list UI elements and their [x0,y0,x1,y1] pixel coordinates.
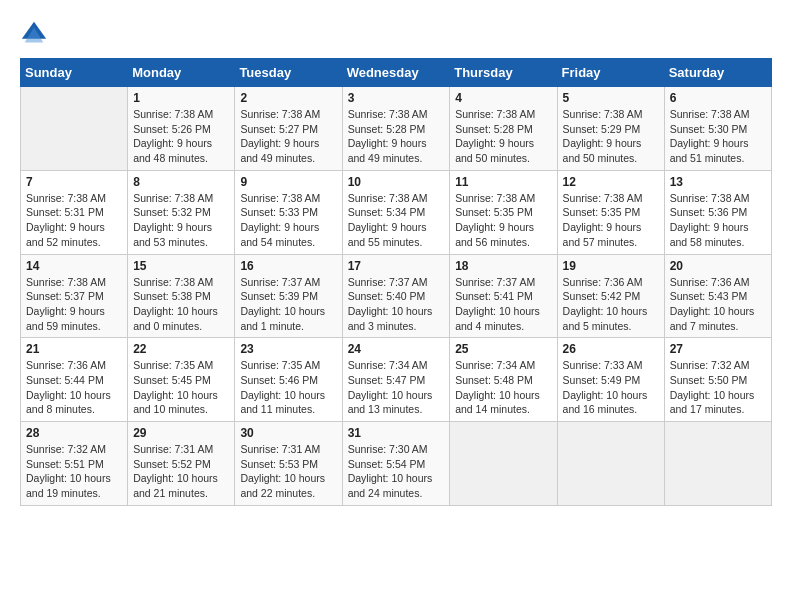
day-info: Sunrise: 7:31 AM Sunset: 5:52 PM Dayligh… [133,442,229,501]
calendar-week-4: 21Sunrise: 7:36 AM Sunset: 5:44 PM Dayli… [21,338,772,422]
calendar-table: SundayMondayTuesdayWednesdayThursdayFrid… [20,58,772,506]
day-info: Sunrise: 7:37 AM Sunset: 5:41 PM Dayligh… [455,275,551,334]
weekday-header-tuesday: Tuesday [235,59,342,87]
day-number: 24 [348,342,445,356]
day-number: 26 [563,342,659,356]
day-number: 25 [455,342,551,356]
day-info: Sunrise: 7:38 AM Sunset: 5:35 PM Dayligh… [563,191,659,250]
day-info: Sunrise: 7:38 AM Sunset: 5:31 PM Dayligh… [26,191,122,250]
calendar-cell: 6Sunrise: 7:38 AM Sunset: 5:30 PM Daylig… [664,87,771,171]
day-number: 27 [670,342,766,356]
calendar-cell [450,422,557,506]
day-number: 21 [26,342,122,356]
day-info: Sunrise: 7:38 AM Sunset: 5:28 PM Dayligh… [348,107,445,166]
day-info: Sunrise: 7:36 AM Sunset: 5:42 PM Dayligh… [563,275,659,334]
weekday-header-friday: Friday [557,59,664,87]
calendar-cell: 1Sunrise: 7:38 AM Sunset: 5:26 PM Daylig… [128,87,235,171]
calendar-body: 1Sunrise: 7:38 AM Sunset: 5:26 PM Daylig… [21,87,772,506]
day-number: 10 [348,175,445,189]
day-info: Sunrise: 7:38 AM Sunset: 5:35 PM Dayligh… [455,191,551,250]
day-info: Sunrise: 7:38 AM Sunset: 5:29 PM Dayligh… [563,107,659,166]
day-number: 13 [670,175,766,189]
day-number: 28 [26,426,122,440]
day-number: 7 [26,175,122,189]
weekday-header-saturday: Saturday [664,59,771,87]
day-info: Sunrise: 7:38 AM Sunset: 5:33 PM Dayligh… [240,191,336,250]
day-info: Sunrise: 7:38 AM Sunset: 5:36 PM Dayligh… [670,191,766,250]
calendar-cell: 28Sunrise: 7:32 AM Sunset: 5:51 PM Dayli… [21,422,128,506]
calendar-cell: 13Sunrise: 7:38 AM Sunset: 5:36 PM Dayli… [664,170,771,254]
day-info: Sunrise: 7:35 AM Sunset: 5:46 PM Dayligh… [240,358,336,417]
logo [20,20,50,48]
day-info: Sunrise: 7:36 AM Sunset: 5:43 PM Dayligh… [670,275,766,334]
calendar-cell [664,422,771,506]
day-info: Sunrise: 7:38 AM Sunset: 5:30 PM Dayligh… [670,107,766,166]
day-info: Sunrise: 7:38 AM Sunset: 5:28 PM Dayligh… [455,107,551,166]
weekday-header-monday: Monday [128,59,235,87]
day-number: 5 [563,91,659,105]
calendar-cell: 26Sunrise: 7:33 AM Sunset: 5:49 PM Dayli… [557,338,664,422]
calendar-cell: 14Sunrise: 7:38 AM Sunset: 5:37 PM Dayli… [21,254,128,338]
weekday-header-row: SundayMondayTuesdayWednesdayThursdayFrid… [21,59,772,87]
day-info: Sunrise: 7:35 AM Sunset: 5:45 PM Dayligh… [133,358,229,417]
day-number: 15 [133,259,229,273]
calendar-cell: 19Sunrise: 7:36 AM Sunset: 5:42 PM Dayli… [557,254,664,338]
day-number: 17 [348,259,445,273]
calendar-header: SundayMondayTuesdayWednesdayThursdayFrid… [21,59,772,87]
page-header [20,20,772,48]
day-number: 22 [133,342,229,356]
day-number: 14 [26,259,122,273]
day-info: Sunrise: 7:31 AM Sunset: 5:53 PM Dayligh… [240,442,336,501]
calendar-cell: 11Sunrise: 7:38 AM Sunset: 5:35 PM Dayli… [450,170,557,254]
day-info: Sunrise: 7:38 AM Sunset: 5:32 PM Dayligh… [133,191,229,250]
day-number: 9 [240,175,336,189]
logo-icon [20,20,48,48]
calendar-cell: 7Sunrise: 7:38 AM Sunset: 5:31 PM Daylig… [21,170,128,254]
calendar-week-5: 28Sunrise: 7:32 AM Sunset: 5:51 PM Dayli… [21,422,772,506]
calendar-week-2: 7Sunrise: 7:38 AM Sunset: 5:31 PM Daylig… [21,170,772,254]
weekday-header-thursday: Thursday [450,59,557,87]
day-info: Sunrise: 7:38 AM Sunset: 5:38 PM Dayligh… [133,275,229,334]
calendar-cell: 4Sunrise: 7:38 AM Sunset: 5:28 PM Daylig… [450,87,557,171]
calendar-week-1: 1Sunrise: 7:38 AM Sunset: 5:26 PM Daylig… [21,87,772,171]
calendar-cell: 2Sunrise: 7:38 AM Sunset: 5:27 PM Daylig… [235,87,342,171]
calendar-cell: 8Sunrise: 7:38 AM Sunset: 5:32 PM Daylig… [128,170,235,254]
day-number: 23 [240,342,336,356]
calendar-cell: 27Sunrise: 7:32 AM Sunset: 5:50 PM Dayli… [664,338,771,422]
calendar-cell: 9Sunrise: 7:38 AM Sunset: 5:33 PM Daylig… [235,170,342,254]
calendar-cell: 25Sunrise: 7:34 AM Sunset: 5:48 PM Dayli… [450,338,557,422]
calendar-cell: 31Sunrise: 7:30 AM Sunset: 5:54 PM Dayli… [342,422,450,506]
calendar-cell: 15Sunrise: 7:38 AM Sunset: 5:38 PM Dayli… [128,254,235,338]
day-info: Sunrise: 7:38 AM Sunset: 5:37 PM Dayligh… [26,275,122,334]
day-number: 31 [348,426,445,440]
day-info: Sunrise: 7:37 AM Sunset: 5:39 PM Dayligh… [240,275,336,334]
calendar-cell: 5Sunrise: 7:38 AM Sunset: 5:29 PM Daylig… [557,87,664,171]
day-info: Sunrise: 7:38 AM Sunset: 5:27 PM Dayligh… [240,107,336,166]
day-number: 8 [133,175,229,189]
day-info: Sunrise: 7:30 AM Sunset: 5:54 PM Dayligh… [348,442,445,501]
weekday-header-sunday: Sunday [21,59,128,87]
calendar-cell: 10Sunrise: 7:38 AM Sunset: 5:34 PM Dayli… [342,170,450,254]
day-info: Sunrise: 7:37 AM Sunset: 5:40 PM Dayligh… [348,275,445,334]
calendar-cell: 3Sunrise: 7:38 AM Sunset: 5:28 PM Daylig… [342,87,450,171]
day-number: 2 [240,91,336,105]
calendar-cell: 12Sunrise: 7:38 AM Sunset: 5:35 PM Dayli… [557,170,664,254]
day-number: 1 [133,91,229,105]
calendar-cell: 21Sunrise: 7:36 AM Sunset: 5:44 PM Dayli… [21,338,128,422]
day-number: 29 [133,426,229,440]
day-info: Sunrise: 7:38 AM Sunset: 5:34 PM Dayligh… [348,191,445,250]
day-info: Sunrise: 7:34 AM Sunset: 5:47 PM Dayligh… [348,358,445,417]
calendar-cell: 30Sunrise: 7:31 AM Sunset: 5:53 PM Dayli… [235,422,342,506]
day-info: Sunrise: 7:36 AM Sunset: 5:44 PM Dayligh… [26,358,122,417]
day-info: Sunrise: 7:32 AM Sunset: 5:50 PM Dayligh… [670,358,766,417]
calendar-cell: 20Sunrise: 7:36 AM Sunset: 5:43 PM Dayli… [664,254,771,338]
calendar-cell: 18Sunrise: 7:37 AM Sunset: 5:41 PM Dayli… [450,254,557,338]
day-number: 20 [670,259,766,273]
day-info: Sunrise: 7:32 AM Sunset: 5:51 PM Dayligh… [26,442,122,501]
day-info: Sunrise: 7:34 AM Sunset: 5:48 PM Dayligh… [455,358,551,417]
day-number: 30 [240,426,336,440]
day-info: Sunrise: 7:38 AM Sunset: 5:26 PM Dayligh… [133,107,229,166]
calendar-cell [21,87,128,171]
calendar-cell: 29Sunrise: 7:31 AM Sunset: 5:52 PM Dayli… [128,422,235,506]
calendar-cell: 23Sunrise: 7:35 AM Sunset: 5:46 PM Dayli… [235,338,342,422]
